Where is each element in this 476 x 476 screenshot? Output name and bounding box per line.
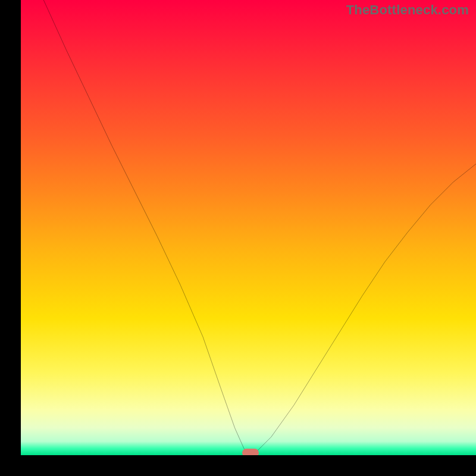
optimal-point-marker	[242, 449, 259, 455]
bottleneck-curve	[21, 0, 476, 455]
chart-frame: TheBottleneck.com	[0, 0, 476, 476]
watermark-text: TheBottleneck.com	[346, 2, 469, 18]
curve-path	[43, 0, 476, 453]
plot-area	[21, 0, 476, 455]
